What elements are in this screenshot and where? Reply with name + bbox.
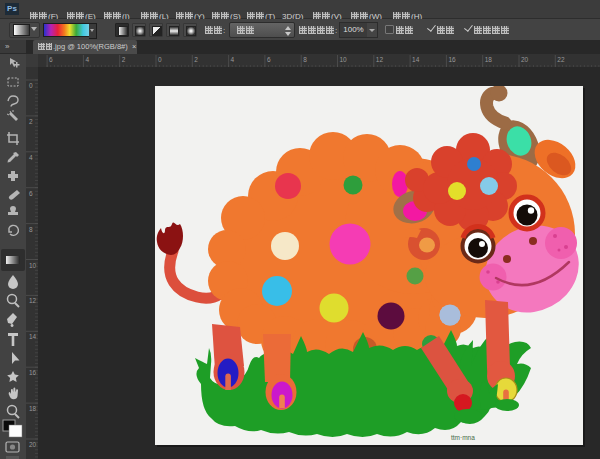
- svg-text:16: 16: [448, 56, 456, 63]
- svg-text:20: 20: [521, 56, 529, 63]
- svg-text:14: 14: [29, 333, 37, 340]
- svg-text:6: 6: [29, 190, 33, 197]
- svg-text:6: 6: [49, 56, 53, 63]
- svg-text:12: 12: [29, 297, 37, 304]
- svg-text:18: 18: [29, 405, 37, 412]
- svg-text:4: 4: [231, 56, 235, 63]
- svg-text:0: 0: [29, 82, 33, 89]
- svg-text:6: 6: [267, 56, 271, 63]
- svg-text:2: 2: [122, 56, 126, 63]
- svg-text:16: 16: [29, 369, 37, 376]
- svg-text:ttm·mna: ttm·mna: [451, 434, 475, 441]
- svg-text:12: 12: [376, 56, 384, 63]
- svg-text:22: 22: [557, 56, 565, 63]
- svg-text:0: 0: [158, 56, 162, 63]
- svg-text:10: 10: [340, 56, 348, 63]
- svg-text:4: 4: [29, 154, 33, 161]
- svg-text:8: 8: [29, 226, 33, 233]
- svg-text:8: 8: [303, 56, 307, 63]
- svg-text:10: 10: [29, 262, 37, 269]
- svg-text:14: 14: [412, 56, 420, 63]
- svg-text:2: 2: [29, 118, 33, 125]
- svg-text:18: 18: [485, 56, 493, 63]
- svg-text:4: 4: [85, 56, 89, 63]
- svg-text:20: 20: [29, 441, 37, 448]
- svg-text:2: 2: [194, 56, 198, 63]
